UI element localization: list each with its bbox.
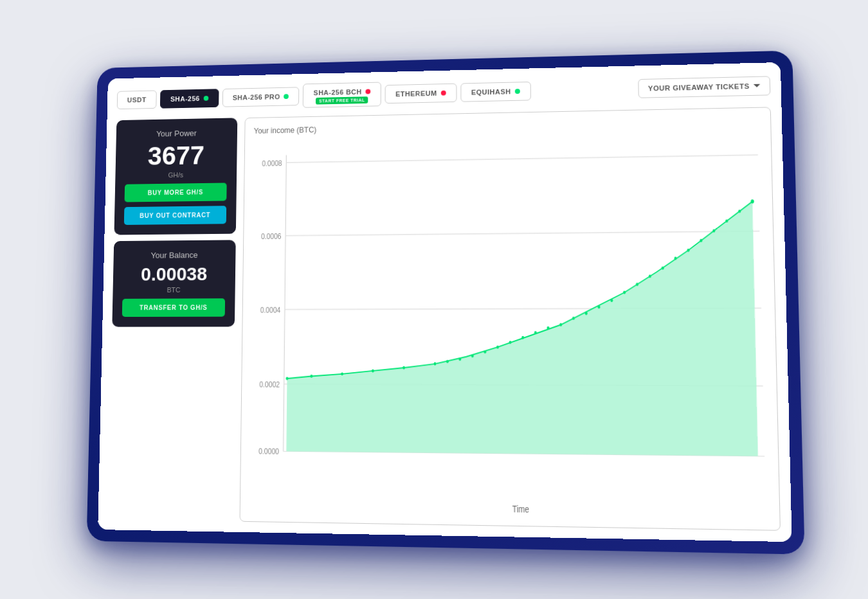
- tab-sha256bch-label: SHA-256 BCH: [314, 88, 362, 96]
- svg-text:0.0002: 0.0002: [259, 379, 280, 389]
- tab-sha256-label: SHA-256: [170, 94, 200, 102]
- chart-dot: [521, 336, 524, 339]
- transfer-to-ghs-button[interactable]: TRANSFER TO GH/S: [122, 298, 225, 317]
- chart-panel: Your income (BTC) 0.0008 0.0006: [240, 107, 781, 530]
- chart-dot: [534, 331, 537, 334]
- sha256bch-status-dot: [365, 89, 370, 94]
- chart-area: 0.0008 0.0006 0.0004 0.0002: [249, 131, 773, 523]
- svg-text:0.0000: 0.0000: [258, 446, 279, 456]
- equihash-status-dot: [515, 89, 520, 94]
- tab-ethereum-label: ETHEREUM: [395, 89, 437, 98]
- chart-dot: [434, 362, 437, 366]
- power-card-unit: GH/s: [168, 171, 183, 179]
- screen-content: USDT SHA-256 SHA-256 PRO SHA-256 BCH STA…: [98, 62, 791, 542]
- tab-giveaway-label: YOUR GIVEAWAY TICKETS: [648, 82, 750, 92]
- balance-card-title: Your Balance: [151, 250, 198, 260]
- sha256-status-dot: [203, 96, 208, 101]
- buy-more-ghs-button[interactable]: BUY MORE GH/S: [125, 183, 227, 202]
- income-chart-svg: 0.0008 0.0006 0.0004 0.0002: [249, 131, 773, 523]
- chart-dot: [458, 357, 461, 361]
- svg-line-1: [286, 155, 758, 163]
- tab-bar: USDT SHA-256 SHA-256 PRO SHA-256 BCH STA…: [117, 73, 771, 112]
- chart-dot: [446, 360, 449, 363]
- chart-fill-polygon: [286, 201, 757, 456]
- buy-out-contract-button[interactable]: BUY OUT CONTRACT: [124, 206, 226, 225]
- ethereum-status-dot: [441, 90, 446, 95]
- main-layout: Your Power 3677 GH/s BUY MORE GH/S BUY O…: [108, 107, 781, 530]
- tab-giveaway[interactable]: YOUR GIVEAWAY TICKETS: [638, 76, 770, 98]
- chart-dot: [496, 346, 499, 349]
- chart-dot: [484, 350, 486, 353]
- chevron-down-icon: [754, 84, 761, 87]
- tab-sha256bch[interactable]: SHA-256 BCH START FREE TRIAL: [303, 82, 381, 108]
- tab-sha256bch-row: SHA-256 BCH: [314, 88, 371, 97]
- chart-dot: [372, 370, 374, 373]
- svg-line-3: [285, 231, 759, 236]
- chart-dot: [402, 366, 405, 370]
- power-card-value: 3677: [147, 143, 204, 170]
- tab-usdt[interactable]: USDT: [117, 90, 157, 109]
- chart-dot: [341, 372, 343, 375]
- balance-card: Your Balance 0.00038 BTC TRANSFER TO GH/…: [112, 240, 235, 326]
- balance-card-value: 0.00038: [141, 265, 207, 284]
- balance-card-unit: BTC: [167, 286, 181, 294]
- device-screen: USDT SHA-256 SHA-256 PRO SHA-256 BCH STA…: [98, 62, 791, 542]
- tab-sha256pro[interactable]: SHA-256 PRO: [222, 87, 300, 107]
- chart-dot: [471, 354, 474, 357]
- left-panel: Your Power 3677 GH/s BUY MORE GH/S BUY O…: [108, 118, 237, 521]
- tab-sha256[interactable]: SHA-256: [160, 89, 219, 109]
- tab-equihash-label: EQUIHASH: [471, 87, 511, 96]
- tab-usdt-label: USDT: [127, 96, 147, 103]
- tab-ethereum[interactable]: ETHEREUM: [385, 83, 457, 103]
- chart-dot: [509, 341, 512, 344]
- chart-x-axis-label: Time: [512, 503, 529, 515]
- sha256pro-status-dot: [284, 94, 289, 99]
- svg-text:0.0006: 0.0006: [261, 231, 282, 241]
- svg-line-0: [284, 155, 287, 451]
- power-card-title: Your Power: [156, 129, 197, 138]
- free-trial-badge: START FREE TRIAL: [316, 96, 368, 104]
- tab-sha256pro-label: SHA-256 PRO: [233, 93, 280, 101]
- power-card: Your Power 3677 GH/s BUY MORE GH/S BUY O…: [114, 118, 237, 235]
- chart-dot: [547, 326, 550, 330]
- tab-equihash[interactable]: EQUIHASH: [460, 81, 531, 102]
- svg-text:0.0008: 0.0008: [262, 158, 282, 168]
- device-wrapper: USDT SHA-256 SHA-256 PRO SHA-256 BCH STA…: [80, 55, 788, 544]
- svg-text:0.0004: 0.0004: [260, 305, 281, 315]
